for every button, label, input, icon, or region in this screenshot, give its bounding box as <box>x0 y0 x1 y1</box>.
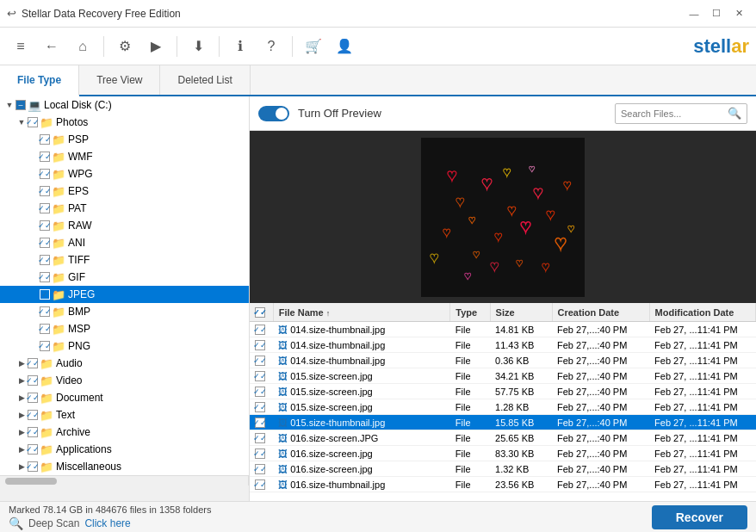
tree-item-local-disk[interactable]: ▼ 💻 Local Disk (C:) <box>0 96 249 114</box>
table-row[interactable]: ✓🖼015.size-thumbnail.jpgFile15.85 KBFeb … <box>250 415 756 430</box>
hscroll-thumb[interactable] <box>5 478 57 485</box>
row-checkbox-cell[interactable]: ✓ <box>250 399 273 415</box>
cb-wpg[interactable]: ✓ <box>40 169 50 179</box>
cb-msp[interactable]: ✓ <box>40 324 50 334</box>
row-checkbox[interactable]: ✓ <box>255 340 265 350</box>
cart-button[interactable]: 🛒 <box>300 33 327 60</box>
row-checkbox[interactable]: ✓ <box>255 387 265 397</box>
tree-item-bmp[interactable]: ▶ ✓ 📁 BMP <box>0 303 249 320</box>
download-button[interactable]: ⬇ <box>184 33 212 60</box>
table-row[interactable]: ✓🖼015.size-screen.jpgFile1.28 KBFeb 27,.… <box>250 399 756 415</box>
table-row[interactable]: ✓🖼014.size-thumbnail.jpgFile14.81 KBFeb … <box>250 322 756 337</box>
tree-item-png[interactable]: ▶ ✓ 📁 PNG <box>0 337 249 355</box>
row-checkbox[interactable]: ✓ <box>255 418 265 428</box>
cb-psp[interactable]: ✓ <box>40 134 50 145</box>
tree-item-psp[interactable]: ▶ ✓ 📁 PSP <box>0 131 249 148</box>
th-modification[interactable]: Modification Date <box>649 303 755 322</box>
row-checkbox[interactable]: ✓ <box>255 464 265 474</box>
row-checkbox[interactable]: ✓ <box>255 325 265 335</box>
cb-document[interactable]: ✓ <box>28 393 38 403</box>
row-checkbox[interactable]: ✓ <box>255 402 265 412</box>
minimize-button[interactable]: — <box>684 5 704 22</box>
tree-item-archive[interactable]: ▶ ✓ 📁 Archive <box>0 424 249 441</box>
tree-item-wpg[interactable]: ▶ ✓ 📁 WPG <box>0 165 249 182</box>
play-button[interactable]: ▶ <box>142 33 170 60</box>
tree-item-document[interactable]: ▶ ✓ 📁 Document <box>0 389 249 406</box>
table-row[interactable]: ✓🖼016.size-thumbnail.jpgFile23.56 KBFeb … <box>250 477 756 492</box>
table-row[interactable]: ✓🖼015.size-screen.jpgFile34.21 KBFeb 27,… <box>250 368 756 384</box>
user-button[interactable]: 👤 <box>331 33 358 60</box>
cb-audio[interactable]: ✓ <box>28 358 38 368</box>
tree-item-applications[interactable]: ▶ ✓ 📁 Applications <box>0 441 249 458</box>
tree-item-msp[interactable]: ▶ ✓ 📁 MSP <box>0 320 249 337</box>
row-checkbox-cell[interactable]: ✓ <box>250 337 273 353</box>
row-checkbox-cell[interactable]: ✓ <box>250 461 273 477</box>
th-filename[interactable]: File Name ↑ <box>273 303 450 322</box>
cb-pat[interactable]: ✓ <box>40 203 50 213</box>
table-row[interactable]: ✓🖼016.size-screen.jpgFile83.30 KBFeb 27,… <box>250 446 756 461</box>
row-checkbox-cell[interactable]: ✓ <box>250 446 273 461</box>
back-button[interactable]: ← <box>38 33 65 60</box>
table-row[interactable]: ✓🖼016.size-screen.JPGFile25.65 KBFeb 27,… <box>250 430 756 446</box>
row-checkbox-cell[interactable]: ✓ <box>250 368 273 384</box>
row-checkbox-cell[interactable]: ✓ <box>250 415 273 430</box>
row-checkbox[interactable]: ✓ <box>255 448 265 459</box>
th-checkbox[interactable]: ✓ <box>250 303 273 322</box>
tree-item-audio[interactable]: ▶ ✓ 📁 Audio <box>0 355 249 372</box>
home-button[interactable]: ⌂ <box>69 33 96 60</box>
row-checkbox[interactable]: ✓ <box>255 479 265 490</box>
tree-item-wmf[interactable]: ▶ ✓ 📁 WMF <box>0 148 249 165</box>
cb-ani[interactable]: ✓ <box>40 238 50 248</box>
recover-button[interactable]: Recover <box>652 505 747 529</box>
table-row[interactable]: ✓🖼015.size-screen.jpgFile57.75 KBFeb 27,… <box>250 384 756 399</box>
tab-file-type[interactable]: File Type <box>0 65 79 96</box>
close-button[interactable]: ✕ <box>728 5 749 22</box>
maximize-button[interactable]: ☐ <box>706 5 727 22</box>
info-button[interactable]: ℹ <box>226 33 254 60</box>
tree-item-miscellaneous[interactable]: ▶ ✓ 📁 Miscellaneous <box>0 458 249 475</box>
cb-gif[interactable]: ✓ <box>40 272 50 282</box>
cb-jpeg[interactable]: ✓ <box>40 289 50 300</box>
cb-video[interactable]: ✓ <box>28 375 38 386</box>
row-checkbox-cell[interactable]: ✓ <box>250 353 273 368</box>
cb-png[interactable]: ✓ <box>40 341 50 351</box>
sidebar-hscroll[interactable] <box>0 475 249 486</box>
tree-item-ani[interactable]: ▶ ✓ 📁 ANI <box>0 234 249 251</box>
cb-applications[interactable]: ✓ <box>28 444 38 455</box>
search-box[interactable]: 🔍 <box>615 103 747 124</box>
row-checkbox-cell[interactable]: ✓ <box>250 384 273 399</box>
cb-local-disk[interactable] <box>15 100 26 110</box>
search-input[interactable] <box>621 108 724 119</box>
cb-raw[interactable]: ✓ <box>40 220 50 231</box>
cb-bmp[interactable]: ✓ <box>40 306 50 317</box>
tree-item-pat[interactable]: ▶ ✓ 📁 PAT <box>0 200 249 217</box>
cb-photos[interactable]: ✓ <box>28 117 38 127</box>
cb-tiff[interactable]: ✓ <box>40 255 50 265</box>
th-size[interactable]: Size <box>490 303 552 322</box>
preview-toggle[interactable] <box>258 106 289 121</box>
cb-text[interactable]: ✓ <box>28 410 38 420</box>
table-row[interactable]: ✓🖼014.size-thumbnail.jpgFile0.36 KBFeb 2… <box>250 353 756 368</box>
tab-tree-view[interactable]: Tree View <box>79 65 160 95</box>
table-row[interactable]: ✓🖼016.size-screen.jpgFile1.32 KBFeb 27,.… <box>250 461 756 477</box>
row-checkbox[interactable]: ✓ <box>255 371 265 381</box>
select-all-checkbox[interactable]: ✓ <box>255 307 265 318</box>
tab-deleted-list[interactable]: Deleted List <box>160 65 250 95</box>
tree-item-tiff[interactable]: ▶ ✓ 📁 TIFF <box>0 251 249 269</box>
tree-item-text[interactable]: ▶ ✓ 📁 Text <box>0 406 249 424</box>
row-checkbox[interactable]: ✓ <box>255 356 265 366</box>
expand-local-disk[interactable]: ▼ <box>3 99 15 111</box>
cb-eps[interactable]: ✓ <box>40 186 50 196</box>
th-creation[interactable]: Creation Date <box>552 303 649 322</box>
row-checkbox[interactable]: ✓ <box>255 433 265 443</box>
row-checkbox-cell[interactable]: ✓ <box>250 477 273 492</box>
table-row[interactable]: ✓🖼014.size-thumbnail.jpgFile11.43 KBFeb … <box>250 337 756 353</box>
cb-archive[interactable]: ✓ <box>28 427 38 437</box>
click-here-link[interactable]: Click here <box>84 517 130 529</box>
menu-button[interactable]: ≡ <box>7 33 34 60</box>
row-checkbox-cell[interactable]: ✓ <box>250 430 273 446</box>
tree-item-eps[interactable]: ▶ ✓ 📁 EPS <box>0 182 249 200</box>
cb-wmf[interactable]: ✓ <box>40 152 50 162</box>
cb-miscellaneous[interactable]: ✓ <box>28 461 38 472</box>
tree-item-video[interactable]: ▶ ✓ 📁 Video <box>0 372 249 389</box>
